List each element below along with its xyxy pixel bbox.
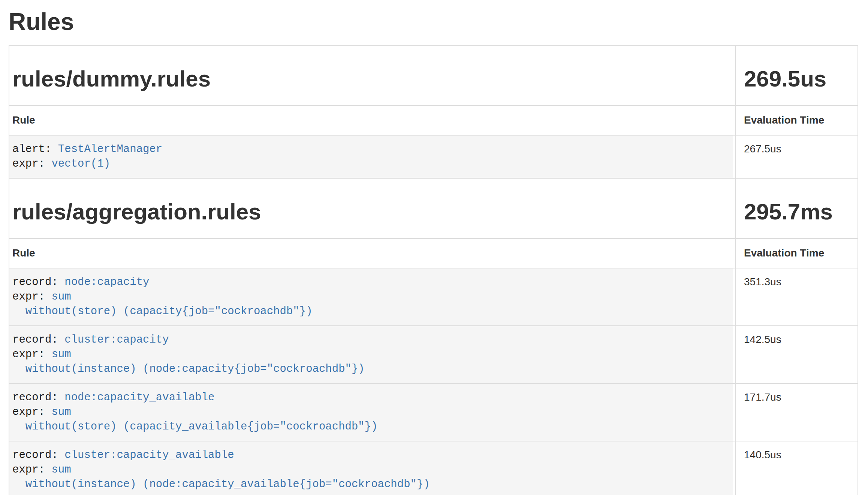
rule-row: alert: TestAlertManager expr: vector(1)2… — [9, 135, 858, 178]
rule-keyword: expr: — [12, 348, 51, 361]
rule-keyword: expr: — [12, 464, 51, 476]
rule-row: record: node:capacity expr: sum without(… — [9, 268, 858, 326]
rules-page: Rules rules/dummy.rules269.5usRuleEvalua… — [0, 9, 868, 495]
page-title: Rules — [9, 9, 858, 35]
rule-keyword: expr: — [12, 291, 51, 303]
rule-row: record: cluster:capacity_available expr:… — [9, 441, 858, 495]
rule-code: record: node:capacity expr: sum without(… — [9, 268, 733, 325]
rule-link[interactable]: vector(1) — [51, 158, 110, 170]
rule-eval-time: 351.3us — [735, 268, 858, 326]
rule-code: record: cluster:capacity_available expr:… — [9, 441, 733, 495]
rule-row: record: node:capacity_available expr: su… — [9, 383, 858, 441]
rule-column-header: Rule — [9, 239, 735, 268]
rule-keyword: alert: — [12, 143, 58, 155]
rule-link[interactable]: sum without(instance) (node:capacity{job… — [12, 348, 365, 375]
rules-table: rules/dummy.rules269.5usRuleEvaluation T… — [9, 45, 858, 495]
rule-link[interactable]: sum without(store) (capacity{job="cockro… — [12, 291, 313, 318]
rule-definition-cell: record: node:capacity_available expr: su… — [9, 383, 735, 441]
rule-keyword: record: — [12, 276, 64, 288]
rule-definition-cell: alert: TestAlertManager expr: vector(1) — [9, 135, 735, 178]
column-header-row: RuleEvaluation Time — [9, 239, 858, 268]
rule-link[interactable]: sum without(store) (capacity_available{j… — [12, 406, 378, 433]
rule-eval-time: 142.5us — [735, 326, 858, 383]
rule-group-header-row: rules/aggregation.rules295.7ms — [9, 178, 858, 239]
column-header-row: RuleEvaluation Time — [9, 106, 858, 135]
rule-eval-time: 140.5us — [735, 441, 858, 495]
rule-keyword: expr: — [12, 406, 51, 418]
rule-group-file: rules/dummy.rules — [9, 45, 735, 106]
rule-group-total-eval-time: 269.5us — [735, 45, 858, 106]
rule-link[interactable]: cluster:capacity_available — [64, 449, 234, 461]
rule-link[interactable]: sum without(instance) (node:capacity_ava… — [12, 464, 430, 491]
rule-definition-cell: record: cluster:capacity expr: sum witho… — [9, 326, 735, 383]
rule-keyword: expr: — [12, 158, 51, 170]
rule-group-file: rules/aggregation.rules — [9, 178, 735, 239]
rule-code: alert: TestAlertManager expr: vector(1) — [9, 136, 733, 178]
rule-code: record: cluster:capacity expr: sum witho… — [9, 326, 733, 383]
rule-definition-cell: record: cluster:capacity_available expr:… — [9, 441, 735, 495]
rule-keyword: record: — [12, 334, 64, 346]
rule-group-header-row: rules/dummy.rules269.5us — [9, 45, 858, 106]
rules-table-body: rules/dummy.rules269.5usRuleEvaluation T… — [9, 45, 858, 495]
eval-time-column-header: Evaluation Time — [735, 239, 858, 268]
rule-link[interactable]: node:capacity — [64, 276, 149, 288]
rule-row: record: cluster:capacity expr: sum witho… — [9, 326, 858, 383]
rule-code: record: node:capacity_available expr: su… — [9, 384, 733, 441]
rule-link[interactable]: TestAlertManager — [58, 143, 162, 155]
rule-eval-time: 171.7us — [735, 383, 858, 441]
rule-definition-cell: record: node:capacity expr: sum without(… — [9, 268, 735, 326]
eval-time-column-header: Evaluation Time — [735, 106, 858, 135]
rule-group-total-eval-time: 295.7ms — [735, 178, 858, 239]
rule-eval-time: 267.5us — [735, 135, 858, 178]
rule-keyword: record: — [12, 449, 64, 461]
rule-keyword: record: — [12, 391, 64, 404]
rule-link[interactable]: cluster:capacity — [64, 334, 169, 346]
rule-column-header: Rule — [9, 106, 735, 135]
rule-link[interactable]: node:capacity_available — [64, 391, 214, 404]
